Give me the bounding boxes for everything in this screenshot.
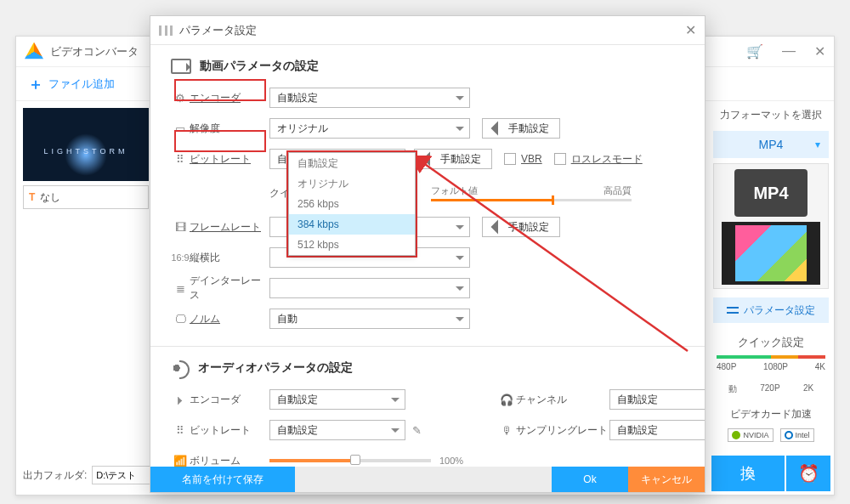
- label-deinterlace: デインターレース: [190, 274, 269, 303]
- row-framerate: 🎞 フレームレート 手動設定: [171, 213, 684, 241]
- label-resolution: 解像度: [190, 122, 269, 136]
- gpu-accel-title: ビデオカード加速: [711, 407, 830, 422]
- row-aspect: 16:9 縦横比: [171, 244, 684, 271]
- parameter-settings-button[interactable]: パラメータ設定: [713, 297, 829, 323]
- label-bitrate[interactable]: ビットレート: [190, 152, 269, 167]
- label-framerate[interactable]: フレームレート: [190, 220, 269, 235]
- dialog-close-button[interactable]: ✕: [685, 22, 696, 38]
- chevron-down-icon: ▾: [815, 139, 820, 150]
- schedule-button[interactable]: ⏰: [786, 456, 830, 491]
- clock-icon: ⏰: [798, 463, 819, 484]
- choose-format-label: 力フォーマットを選択: [711, 105, 830, 131]
- video-section-title: 動画パラメータの設定: [200, 59, 319, 74]
- framerate-manual-button[interactable]: 手動設定: [482, 217, 560, 237]
- mic-icon: 🎙: [497, 424, 516, 437]
- bitrate-option[interactable]: 512 kbps: [289, 235, 415, 255]
- row-channel: 🎧 チャンネル 自動設定: [497, 386, 705, 413]
- convert-button[interactable]: 換: [711, 456, 785, 491]
- row-bitrate-quick: クイック設 フォルト値 高品質: [171, 176, 684, 210]
- a-bitrate-select[interactable]: 自動設定: [269, 420, 405, 440]
- save-as-button[interactable]: 名前を付けて保存: [150, 467, 295, 492]
- sliders-icon: [727, 306, 739, 314]
- res-480p: 480P: [717, 362, 736, 371]
- subtitle-track-value: なし: [40, 190, 60, 205]
- bitrate-icon: ⠿: [171, 153, 190, 166]
- row-resolution: ▭ 解像度 オリジナル 手動設定: [171, 115, 684, 142]
- label-channel: チャンネル: [516, 393, 609, 407]
- cart-icon[interactable]: 🛒: [746, 43, 763, 59]
- lossless-checkbox[interactable]: [554, 153, 566, 165]
- framerate-icon: 🎞: [171, 221, 190, 234]
- channel-icon: 🎧: [497, 394, 516, 406]
- bitrate-quality-slider[interactable]: [431, 199, 632, 201]
- output-folder-row: 出力フォルダ:: [23, 466, 151, 484]
- label-aspect: 縦横比: [190, 251, 269, 265]
- dialog-titlebar: パラメータ設定 ✕: [150, 16, 705, 45]
- format-value: MP4: [759, 138, 784, 151]
- resolution-select[interactable]: オリジナル: [269, 118, 470, 139]
- quick-settings-title: クイック設定: [711, 335, 830, 350]
- bitrate-manual-button[interactable]: 手動設定: [414, 149, 492, 169]
- row-a-volume: 📶 ボリューム 100%: [171, 447, 463, 467]
- dialog-title: パラメータ設定: [179, 23, 257, 38]
- sample-select[interactable]: 自動設定: [609, 420, 705, 440]
- bitrate-option[interactable]: オリジナル: [289, 173, 415, 194]
- row-a-bitrate: ⠿ ビットレート 自動設定 ✎: [171, 416, 463, 444]
- volume-icon: 📶: [171, 455, 190, 467]
- high-quality-label: 高品質: [604, 184, 632, 197]
- output-folder-input[interactable]: [92, 466, 151, 484]
- row-deinterlace: ≣ デインターレース: [171, 275, 684, 302]
- settings-icon: [159, 25, 173, 36]
- encoder-select[interactable]: 自動設定: [269, 88, 470, 108]
- lossless-label[interactable]: ロスレスモード: [571, 152, 643, 167]
- label-a-bitrate: ビットレート: [190, 423, 269, 438]
- subtitle-track-select[interactable]: T なし: [23, 185, 149, 209]
- label-a-volume: ボリューム: [190, 454, 269, 467]
- norm-select[interactable]: 自動: [269, 309, 470, 329]
- dialog-body: 動画パラメータの設定 ⚙ エンコーダ 自動設定 ▭ 解像度 オリジナル 手動設定…: [150, 45, 705, 467]
- vbr-label[interactable]: VBR: [521, 153, 542, 165]
- bitrate-option[interactable]: 自動設定: [289, 153, 415, 173]
- video-section-header: 動画パラメータの設定: [171, 59, 684, 74]
- bitrate-option-selected[interactable]: 384 kbps: [289, 214, 415, 235]
- row-sample: 🎙 サンプリングレート 自動設定: [497, 416, 705, 444]
- add-file-button[interactable]: ＋ ファイル追加: [28, 76, 115, 92]
- bitrate-icon: ⠿: [171, 424, 190, 437]
- text-icon: T: [29, 191, 35, 203]
- resolution-quick-scale[interactable]: 480P 1080P 4K 動 720P 2K: [717, 355, 825, 395]
- bitrate-option[interactable]: 256 kbps: [289, 194, 415, 214]
- cancel-button[interactable]: キャンセル: [628, 467, 705, 492]
- parameter-settings-label: パラメータ設定: [744, 303, 815, 318]
- a-bitrate-edit-icon[interactable]: ✎: [412, 424, 422, 437]
- intel-badge[interactable]: Intel: [780, 428, 814, 442]
- intel-icon: [785, 431, 793, 439]
- row-bitrate: ⠿ ビットレート 自動設定 手動設定 VBR ロスレスモード: [171, 145, 684, 173]
- channel-select[interactable]: 自動設定: [609, 389, 705, 410]
- resolution-manual-button[interactable]: 手動設定: [482, 118, 560, 139]
- app-title: ビデオコンバータ: [50, 44, 139, 59]
- vbr-checkbox[interactable]: [504, 153, 516, 165]
- row-a-encoder: ⏵ エンコーダ 自動設定: [171, 386, 463, 413]
- label-norm[interactable]: ノルム: [190, 312, 269, 326]
- parameter-dialog: パラメータ設定 ✕ 動画パラメータの設定 ⚙ エンコーダ 自動設定 ▭ 解像度 …: [150, 15, 706, 493]
- video-thumbnail[interactable]: LIGHTSTORM: [23, 108, 149, 181]
- format-select[interactable]: MP4 ▾: [713, 131, 829, 158]
- play-icon: ⏵: [171, 394, 190, 406]
- nvidia-badge[interactable]: NVIDIA: [728, 428, 773, 442]
- deinterlace-icon: ≣: [171, 282, 190, 295]
- label-sample: サンプリングレート: [516, 423, 609, 438]
- volume-slider[interactable]: [269, 459, 431, 462]
- res-1080p: 1080P: [763, 362, 788, 371]
- pencil-icon: [491, 122, 506, 136]
- close-button[interactable]: ✕: [814, 43, 825, 59]
- minimize-button[interactable]: —: [782, 43, 796, 59]
- bitrate-dropdown: 自動設定 オリジナル 256 kbps 384 kbps 512 kbps: [288, 152, 416, 256]
- ok-button[interactable]: Ok: [552, 467, 628, 492]
- volume-value: 100%: [439, 456, 463, 466]
- a-encoder-select[interactable]: 自動設定: [269, 389, 405, 410]
- res-auto: 動: [728, 383, 737, 395]
- norm-icon: 🖵: [171, 313, 190, 326]
- deinterlace-select[interactable]: [269, 278, 470, 298]
- label-encoder[interactable]: エンコーダ: [190, 91, 269, 105]
- right-panel: 力フォーマットを選択 MP4 ▾ MP4 パラメータ設定 クイック設定 480P…: [711, 105, 830, 491]
